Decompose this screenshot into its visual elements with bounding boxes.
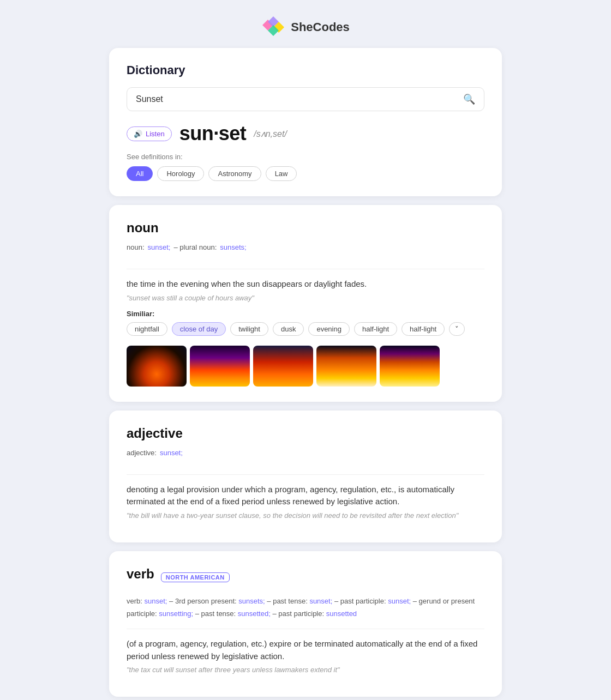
noun-definition: the time in the evening when the sun dis… bbox=[127, 278, 484, 291]
logo-icon bbox=[261, 15, 285, 39]
sunset-images bbox=[127, 346, 484, 387]
filter-horology[interactable]: Horology bbox=[157, 166, 204, 181]
noun-quote: "sunset was still a couple of hours away… bbox=[127, 294, 484, 302]
adjective-prefix: adjective: bbox=[127, 449, 157, 457]
sunset-image-4 bbox=[316, 346, 376, 387]
tag-twilight[interactable]: twilight bbox=[230, 322, 268, 336]
noun-prefix: noun: bbox=[127, 243, 145, 251]
divider bbox=[127, 269, 484, 269]
verb-word[interactable]: sunset; bbox=[145, 597, 167, 605]
verb-sep5: – past tense: bbox=[195, 610, 238, 618]
tag-more-button[interactable]: ˅ bbox=[449, 322, 465, 336]
listen-button[interactable]: 🔊 Listen bbox=[127, 126, 172, 141]
logo: SheCodes bbox=[261, 15, 350, 39]
adjective-definition: denoting a legal provision under which a… bbox=[127, 484, 484, 508]
noun-forms: noun: sunset; – plural noun: sunsets; bbox=[127, 243, 247, 251]
logo-text: SheCodes bbox=[291, 20, 350, 34]
verb-sep1: – 3rd person present: bbox=[169, 597, 238, 605]
filter-law[interactable]: Law bbox=[266, 166, 297, 181]
word-phonetic: /sʌn,set/ bbox=[254, 129, 287, 139]
adjective-word[interactable]: sunset; bbox=[160, 449, 183, 457]
noun-plural[interactable]: sunsets; bbox=[220, 243, 246, 251]
tag-dusk[interactable]: dusk bbox=[273, 322, 304, 336]
sunset-image-1 bbox=[127, 346, 187, 387]
sunset-image-2 bbox=[190, 346, 250, 387]
tag-nightfall[interactable]: nightfall bbox=[127, 322, 167, 336]
similar-label: Similiar: bbox=[127, 310, 484, 318]
verb-sep3: – past participle: bbox=[334, 597, 388, 605]
verb-sep2: – past tense: bbox=[267, 597, 309, 605]
adjective-quote: "the bill will have a two-year sunset cl… bbox=[127, 511, 484, 520]
header: SheCodes bbox=[0, 0, 611, 48]
verb-card: verb NORTH AMERICAN verb: sunset; – 3rd … bbox=[109, 551, 502, 697]
word-text: sun·set bbox=[179, 122, 247, 145]
verb-participle-label: participle: bbox=[127, 610, 159, 618]
tag-evening[interactable]: evening bbox=[308, 322, 350, 336]
search-bar: 🔍 bbox=[127, 87, 484, 111]
search-input[interactable] bbox=[136, 94, 463, 104]
noun-card: noun noun: sunset; – plural noun: sunset… bbox=[109, 205, 502, 402]
main-content: Dictionary 🔍 🔊 Listen sun·set /sʌn,set/ … bbox=[109, 48, 502, 700]
tag-half-light-2[interactable]: half-light bbox=[402, 322, 445, 336]
filter-astronomy[interactable]: Astronomy bbox=[208, 166, 261, 181]
verb-gerund[interactable]: sunsetting; bbox=[159, 610, 193, 618]
tag-half-light-1[interactable]: half-light bbox=[354, 322, 397, 336]
dictionary-card: Dictionary 🔍 🔊 Listen sun·set /sʌn,set/ … bbox=[109, 48, 502, 196]
search-icon: 🔍 bbox=[463, 93, 475, 105]
verb-prefix: verb: bbox=[127, 597, 145, 605]
dictionary-title: Dictionary bbox=[127, 63, 484, 77]
verb-header: verb NORTH AMERICAN bbox=[127, 566, 484, 588]
noun-separator: – plural noun: bbox=[173, 243, 217, 251]
verb-past-participle[interactable]: sunset; bbox=[388, 597, 411, 605]
north-american-badge: NORTH AMERICAN bbox=[161, 572, 230, 582]
divider3 bbox=[127, 629, 484, 629]
speaker-icon: 🔊 bbox=[134, 130, 142, 138]
filter-all[interactable]: All bbox=[127, 166, 153, 181]
filter-buttons: All Horology Astronomy Law bbox=[127, 166, 484, 181]
sunset-image-5 bbox=[380, 346, 440, 387]
verb-pos-label: verb bbox=[127, 566, 154, 582]
verb-definition: (of a program, agency, regulation, etc.)… bbox=[127, 638, 484, 662]
verb-present[interactable]: sunsets; bbox=[238, 597, 265, 605]
verb-past[interactable]: sunset; bbox=[309, 597, 332, 605]
listen-label: Listen bbox=[146, 130, 165, 138]
verb-sep6: – past participle: bbox=[272, 610, 326, 618]
noun-word[interactable]: sunset; bbox=[148, 243, 171, 251]
verb-past-participle2[interactable]: sunsetted bbox=[326, 610, 357, 618]
noun-pos-label: noun bbox=[127, 220, 484, 236]
divider2 bbox=[127, 474, 484, 475]
word-header: 🔊 Listen sun·set /sʌn,set/ bbox=[127, 122, 484, 145]
adjective-forms: adjective: sunset; bbox=[127, 449, 183, 457]
see-definitions-label: See definitions in: bbox=[127, 153, 484, 161]
tag-close-of-day[interactable]: close of day bbox=[172, 322, 226, 336]
adjective-card: adjective adjective: sunset; denoting a … bbox=[109, 411, 502, 542]
similar-tags: nightfall close of day twilight dusk eve… bbox=[127, 322, 484, 336]
verb-forms: verb: sunset; – 3rd person present: suns… bbox=[127, 595, 484, 620]
verb-quote: "the tax cut will sunset after three yea… bbox=[127, 666, 484, 674]
sunset-image-3 bbox=[253, 346, 313, 387]
verb-past2[interactable]: sunsetted; bbox=[238, 610, 271, 618]
verb-sep4: – gerund or present bbox=[413, 597, 475, 605]
adjective-pos-label: adjective bbox=[127, 426, 484, 441]
